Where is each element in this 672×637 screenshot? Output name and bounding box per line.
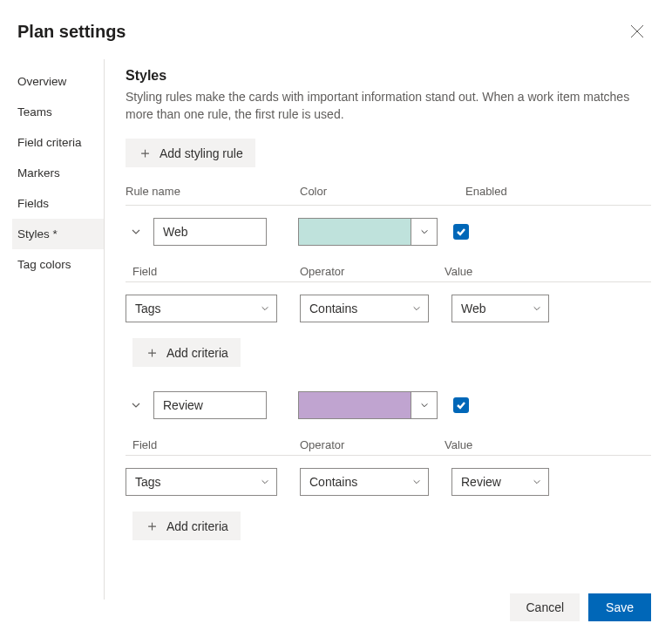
page-title: Plan settings bbox=[17, 22, 126, 42]
rule-row bbox=[126, 379, 651, 431]
close-icon bbox=[630, 24, 644, 38]
col-color: Color bbox=[300, 185, 465, 198]
section-description: Styling rules make the cards with import… bbox=[126, 89, 651, 123]
chevron-down-icon bbox=[412, 304, 421, 313]
button-label: Add styling rule bbox=[160, 146, 243, 160]
color-picker[interactable] bbox=[298, 391, 438, 419]
criteria-row: Tags Contains Web bbox=[126, 281, 651, 328]
sidebar-item-label: Markers bbox=[17, 166, 60, 180]
select-value: Tags bbox=[135, 475, 161, 489]
plus-icon: ＋ bbox=[145, 345, 160, 360]
sidebar-item-label: Teams bbox=[17, 105, 52, 119]
color-swatch bbox=[299, 219, 411, 245]
chevron-down-icon bbox=[131, 400, 141, 410]
select-value: Web bbox=[461, 302, 486, 315]
field-select[interactable]: Tags bbox=[126, 468, 277, 496]
col-enabled: Enabled bbox=[465, 185, 587, 198]
sidebar-item-label: Fields bbox=[17, 197, 49, 210]
chevron-down-icon bbox=[533, 304, 541, 313]
footer: Cancel Save bbox=[510, 593, 651, 621]
sidebar-item-teams[interactable]: Teams bbox=[17, 97, 104, 127]
sidebar-item-overview[interactable]: Overview bbox=[17, 66, 104, 97]
col-rule-name: Rule name bbox=[126, 185, 300, 198]
rule-name-input[interactable] bbox=[153, 218, 267, 246]
sidebar-item-fields[interactable]: Fields bbox=[17, 188, 104, 219]
value-select[interactable]: Web bbox=[451, 295, 549, 322]
col-field: Field bbox=[132, 265, 300, 278]
sidebar-item-styles[interactable]: Styles * bbox=[12, 219, 104, 249]
criteria-columns-header: Field Operator Value bbox=[126, 258, 651, 281]
col-operator: Operator bbox=[300, 265, 445, 278]
sidebar-item-label: Field criteria bbox=[17, 136, 82, 149]
rule-name-input[interactable] bbox=[153, 391, 267, 419]
chevron-down-icon bbox=[261, 478, 269, 486]
field-select[interactable]: Tags bbox=[126, 295, 277, 322]
add-criteria-button[interactable]: ＋ Add criteria bbox=[132, 338, 241, 367]
chevron-down-icon bbox=[420, 401, 429, 410]
color-dropdown-toggle[interactable] bbox=[411, 219, 437, 245]
sidebar-item-tag-colors[interactable]: Tag colors bbox=[17, 249, 104, 280]
sidebar: Overview Teams Field criteria Markers Fi… bbox=[17, 59, 105, 600]
color-dropdown-toggle[interactable] bbox=[411, 392, 437, 418]
cancel-button[interactable]: Cancel bbox=[510, 593, 580, 621]
sidebar-item-label: Overview bbox=[17, 75, 66, 88]
operator-select[interactable]: Contains bbox=[300, 468, 429, 496]
col-field: Field bbox=[132, 438, 300, 451]
sidebar-item-markers[interactable]: Markers bbox=[17, 158, 104, 188]
expand-toggle[interactable] bbox=[126, 221, 146, 242]
value-select[interactable]: Review bbox=[451, 468, 549, 496]
button-label: Add criteria bbox=[166, 346, 228, 360]
select-value: Review bbox=[461, 475, 501, 489]
criteria-row: Tags Contains Review bbox=[126, 455, 651, 501]
section-title: Styles bbox=[126, 68, 651, 84]
col-value: Value bbox=[445, 265, 472, 278]
chevron-down-icon bbox=[261, 304, 269, 313]
add-criteria-button[interactable]: ＋ Add criteria bbox=[132, 512, 241, 540]
rule-block: Field Operator Value Tags Contains Web bbox=[126, 205, 651, 379]
rule-row bbox=[126, 205, 651, 258]
criteria-columns-header: Field Operator Value bbox=[126, 431, 651, 455]
main-content: Styles Styling rules make the cards with… bbox=[105, 59, 672, 600]
chevron-down-icon bbox=[412, 478, 421, 486]
operator-select[interactable]: Contains bbox=[300, 295, 429, 322]
color-picker[interactable] bbox=[298, 218, 438, 246]
expand-toggle[interactable] bbox=[126, 395, 146, 416]
sidebar-item-label: Tag colors bbox=[17, 258, 71, 271]
chevron-down-icon bbox=[533, 478, 541, 486]
col-value: Value bbox=[445, 438, 472, 451]
add-styling-rule-button[interactable]: ＋ Add styling rule bbox=[126, 139, 255, 167]
color-swatch bbox=[299, 392, 411, 418]
sidebar-item-label: Styles * bbox=[17, 227, 58, 241]
plus-icon: ＋ bbox=[138, 146, 153, 160]
rule-block: Field Operator Value Tags Contains Revie… bbox=[126, 379, 651, 552]
select-value: Contains bbox=[309, 302, 357, 315]
plus-icon: ＋ bbox=[145, 518, 160, 533]
sidebar-item-field-criteria[interactable]: Field criteria bbox=[17, 127, 104, 158]
enabled-checkbox[interactable] bbox=[453, 397, 469, 413]
save-button[interactable]: Save bbox=[588, 593, 651, 621]
select-value: Contains bbox=[309, 475, 357, 489]
chevron-down-icon bbox=[420, 227, 429, 236]
button-label: Add criteria bbox=[166, 519, 228, 533]
chevron-down-icon bbox=[131, 227, 141, 237]
close-button[interactable] bbox=[623, 17, 651, 45]
select-value: Tags bbox=[135, 302, 161, 315]
check-icon bbox=[456, 227, 466, 237]
rule-columns-header: Rule name Color Enabled bbox=[126, 185, 651, 198]
col-operator: Operator bbox=[300, 438, 445, 451]
check-icon bbox=[456, 400, 466, 410]
enabled-checkbox[interactable] bbox=[453, 224, 469, 240]
